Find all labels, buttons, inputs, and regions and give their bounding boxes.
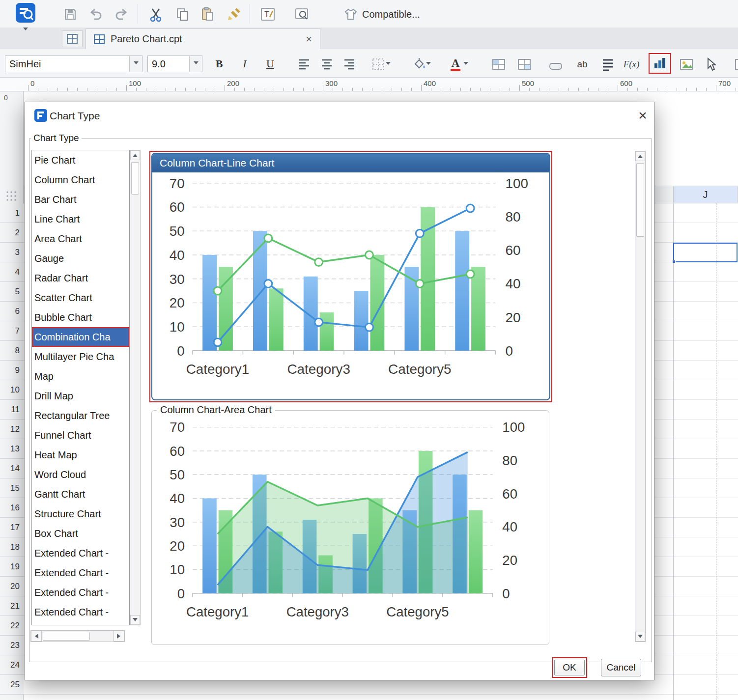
scrollbar-thumb[interactable] [636, 163, 644, 237]
chart-type-option[interactable]: Extended Chart - [32, 563, 129, 583]
row-header[interactable]: 9 [0, 361, 24, 380]
merge-cells-icon[interactable] [487, 55, 510, 74]
row-header[interactable]: 18 [0, 537, 24, 557]
logo-dropdown-caret-icon[interactable] [23, 28, 28, 33]
align-left-icon[interactable] [293, 55, 315, 74]
search-preview-icon[interactable] [291, 5, 313, 24]
chart-type-option[interactable]: Column Chart [32, 170, 129, 190]
chart-type-option[interactable]: Multilayer Pie Cha [32, 347, 129, 366]
new-template-button[interactable] [62, 30, 83, 47]
row-header[interactable]: 19 [0, 557, 24, 577]
save-icon[interactable] [59, 5, 82, 24]
row-header[interactable]: 7 [0, 321, 24, 341]
row-header[interactable]: 24 [0, 655, 24, 675]
chart-type-option[interactable]: Gauge [32, 249, 129, 268]
clipped-toolbar-icon[interactable] [730, 55, 738, 74]
bold-button[interactable]: B [210, 56, 228, 72]
chart-type-option[interactable]: Combination Cha [32, 327, 129, 347]
copy-icon[interactable] [171, 5, 194, 24]
row-header[interactable]: 3 [0, 243, 24, 262]
chart-type-option[interactable]: Rectangular Tree [32, 406, 129, 425]
row-header[interactable]: 10 [0, 380, 24, 400]
chart-type-option[interactable]: Box Chart [32, 524, 129, 543]
app-logo-button[interactable] [13, 2, 38, 40]
chart-type-option[interactable]: Extended Chart - [32, 583, 129, 602]
row-header[interactable]: 17 [0, 518, 24, 537]
chart-type-option[interactable]: Pie Chart [32, 150, 129, 170]
row-header[interactable]: 5 [0, 282, 24, 302]
chart-type-option[interactable]: Extended Chart - [32, 543, 129, 563]
row-header[interactable]: 8 [0, 341, 24, 361]
font-size-caret-icon[interactable] [189, 56, 202, 72]
row-header[interactable]: 2 [0, 223, 24, 243]
chart-type-option[interactable]: Drill Map [32, 386, 129, 406]
paragraph-lines-icon[interactable] [596, 55, 619, 74]
row-header[interactable]: 12 [0, 420, 24, 439]
row-header[interactable]: 21 [0, 596, 24, 616]
select-all-corner-icon[interactable] [5, 190, 18, 204]
selected-cell-outline[interactable] [673, 243, 738, 262]
list-vertical-scrollbar[interactable] [130, 150, 141, 625]
chart-type-option[interactable]: Extended Chart - [32, 602, 129, 622]
chart-type-option[interactable]: Word Cloud [32, 465, 129, 484]
preview-column-line-chart[interactable]: Column Chart-Line Chart 0102030405060700… [151, 153, 550, 400]
row-header[interactable]: 11 [0, 400, 24, 420]
ok-button[interactable]: OK [554, 660, 585, 675]
scroll-down-button[interactable] [130, 615, 140, 625]
scroll-right-button[interactable] [114, 631, 124, 642]
align-right-icon[interactable] [338, 55, 361, 74]
scroll-left-button[interactable] [31, 631, 42, 642]
font-color-button[interactable]: A [445, 55, 474, 74]
column-header-j[interactable]: J [673, 186, 738, 203]
chart-type-option[interactable]: Map [32, 366, 129, 386]
row-header[interactable]: 22 [0, 616, 24, 636]
chart-type-option[interactable]: Bar Chart [32, 190, 129, 209]
row-header[interactable]: 4 [0, 262, 24, 282]
border-picker-button[interactable] [367, 55, 395, 74]
scrollbar-thumb[interactable] [131, 162, 139, 195]
align-center-icon[interactable] [315, 55, 338, 74]
row-header[interactable]: 16 [0, 498, 24, 518]
fill-color-button[interactable] [407, 55, 435, 74]
formula-fx-button[interactable]: F(x) [620, 55, 643, 74]
row-header[interactable]: 14 [0, 459, 24, 478]
font-size-select[interactable]: 9.0 [147, 56, 202, 72]
chart-type-option[interactable]: Line Chart [32, 209, 129, 229]
cut-icon[interactable] [144, 5, 167, 24]
tab-close-icon[interactable]: × [306, 33, 312, 46]
text-field-icon[interactable] [544, 57, 567, 76]
dialog-titlebar[interactable]: Chart Type × [25, 102, 654, 129]
chart-type-option[interactable]: Extended Chart - [32, 622, 129, 625]
scrollbar-thumb[interactable] [43, 632, 90, 641]
font-family-select[interactable]: SimHei [5, 56, 142, 72]
preview-vertical-scrollbar[interactable] [635, 151, 646, 642]
scroll-down-button[interactable] [635, 632, 645, 642]
list-horizontal-scrollbar[interactable] [30, 630, 125, 642]
dialog-close-icon[interactable]: × [633, 106, 652, 125]
chart-type-option[interactable]: Heat Map [32, 445, 129, 465]
row-header[interactable]: 23 [0, 636, 24, 655]
undo-icon[interactable] [85, 5, 107, 24]
font-family-caret-icon[interactable] [129, 56, 142, 72]
chart-type-option[interactable]: Gantt Chart [32, 484, 129, 504]
text-edit-icon[interactable]: T [256, 5, 279, 24]
paste-icon[interactable] [197, 5, 219, 24]
redo-icon[interactable] [110, 5, 133, 24]
row-header[interactable]: 1 [0, 203, 24, 223]
row-header[interactable]: 25 [0, 675, 24, 695]
compatibility-mode-button[interactable]: Compatible... [344, 5, 420, 24]
ab-text-icon[interactable]: ab [571, 55, 594, 74]
chart-type-option[interactable]: Bubble Chart [32, 308, 129, 327]
row-header[interactable]: 6 [0, 302, 24, 321]
format-painter-icon[interactable] [222, 5, 245, 24]
row-header[interactable]: 13 [0, 439, 24, 459]
cancel-button[interactable]: Cancel [601, 659, 641, 676]
italic-button[interactable]: I [236, 56, 254, 72]
pointer-cursor-icon[interactable] [700, 55, 722, 74]
chart-type-option[interactable]: Area Chart [32, 229, 129, 249]
scroll-up-button[interactable] [635, 151, 645, 161]
row-header[interactable]: 20 [0, 577, 24, 596]
chart-type-option[interactable]: Radar Chart [32, 268, 129, 288]
tab-pareto-chart[interactable]: Pareto Chart.cpt × [85, 28, 320, 49]
preview-column-area-chart[interactable]: Column Chart-Area Chart 0102030405060700… [151, 410, 549, 645]
